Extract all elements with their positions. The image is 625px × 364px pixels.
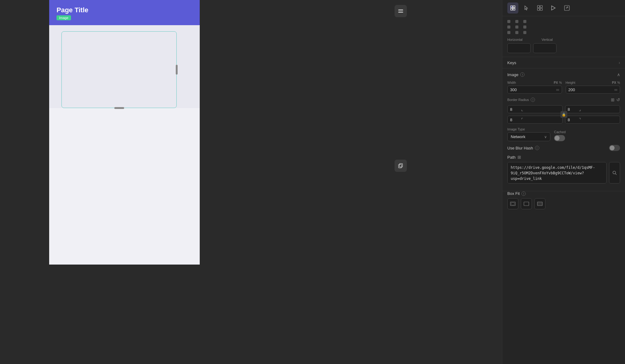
width-percent-unit[interactable]: % bbox=[559, 81, 562, 84]
keys-section-row[interactable]: Keys › bbox=[502, 57, 625, 68]
br-tl-icon: ⌞ bbox=[521, 107, 523, 112]
device-body bbox=[49, 111, 200, 265]
height-infinity-icon: ∞ bbox=[614, 87, 617, 92]
right-panel: Horizontal Vertical Keys › Image i ∧ Wid… bbox=[502, 0, 625, 364]
image-type-label: Image Type bbox=[507, 127, 550, 131]
height-group: Height PX % ∞ bbox=[566, 81, 620, 94]
height-input-row: ∞ bbox=[566, 86, 620, 94]
use-blur-hash-row: Use Blur Hash i bbox=[507, 145, 620, 151]
width-input[interactable] bbox=[510, 87, 529, 92]
height-input[interactable] bbox=[568, 87, 587, 92]
toolbar bbox=[502, 0, 625, 16]
image-info-icon[interactable]: i bbox=[520, 72, 525, 77]
horizontal-input[interactable] bbox=[507, 43, 531, 53]
svg-rect-0 bbox=[398, 10, 403, 10]
box-fit-options bbox=[507, 198, 620, 209]
align-dot-ml[interactable] bbox=[507, 25, 510, 29]
height-percent-unit[interactable]: % bbox=[617, 81, 620, 84]
align-dot-bc[interactable] bbox=[515, 31, 518, 34]
border-radius-link-icon[interactable]: ⊞ bbox=[611, 97, 615, 102]
cached-toggle[interactable] bbox=[554, 135, 565, 141]
toolbar-export-icon[interactable] bbox=[561, 2, 572, 14]
image-component[interactable] bbox=[61, 31, 177, 108]
blur-hash-toggle[interactable] bbox=[609, 145, 620, 151]
height-unit-group: PX % bbox=[612, 81, 620, 84]
svg-rect-1 bbox=[398, 12, 403, 13]
cached-field: Cached bbox=[554, 130, 566, 141]
svg-rect-6 bbox=[540, 6, 542, 8]
image-section: Image i ∧ Width PX % ∞ bbox=[502, 68, 625, 191]
page-title: Page Title bbox=[57, 6, 192, 14]
alignment-section: Horizontal Vertical bbox=[502, 16, 625, 57]
border-radius-grid: ⌞ ⌟ 🔒 ⌜ ⌝ bbox=[507, 105, 620, 124]
box-fit-cover-icon[interactable] bbox=[521, 198, 532, 209]
br-br-input[interactable] bbox=[568, 118, 577, 122]
align-dot-mc[interactable] bbox=[515, 25, 518, 29]
path-header: Path ⊞ bbox=[507, 155, 620, 160]
br-br-group: ⌝ bbox=[565, 116, 620, 124]
svg-rect-8 bbox=[540, 8, 542, 10]
image-type-chevron-icon: ∨ bbox=[544, 135, 547, 139]
box-fit-label: Box Fit bbox=[507, 191, 520, 196]
svg-rect-15 bbox=[524, 202, 529, 206]
border-radius-lock-icon[interactable]: 🔒 bbox=[560, 111, 567, 118]
path-link-icon[interactable]: ⊞ bbox=[517, 155, 521, 160]
image-type-select[interactable]: Network ∨ bbox=[507, 132, 550, 141]
width-unit-group: PX % bbox=[554, 81, 562, 84]
align-dot-mr[interactable] bbox=[523, 25, 526, 29]
svg-rect-9 bbox=[564, 6, 569, 10]
height-px-unit[interactable]: PX bbox=[612, 81, 616, 84]
box-fit-info-icon[interactable]: i bbox=[521, 192, 526, 196]
align-dot-tl[interactable] bbox=[507, 20, 510, 23]
svg-rect-2 bbox=[399, 165, 402, 168]
align-dot-bl[interactable] bbox=[507, 31, 510, 34]
image-type-field: Image Type Network ∨ bbox=[507, 127, 550, 141]
align-dot-tr[interactable] bbox=[523, 20, 526, 23]
alignment-grid bbox=[507, 20, 620, 34]
image-section-header: Image i ∧ bbox=[507, 72, 620, 77]
use-blur-hash-label: Use Blur Hash bbox=[507, 146, 533, 150]
border-radius-reset-icon[interactable]: ↺ bbox=[616, 97, 620, 102]
border-radius-info-icon[interactable]: i bbox=[531, 98, 535, 102]
resize-handle-right[interactable] bbox=[176, 65, 178, 75]
border-radius-label: Border Radius bbox=[507, 98, 529, 102]
box-fit-fill-icon[interactable] bbox=[534, 198, 545, 209]
path-label: Path bbox=[507, 155, 516, 160]
float-button-copy[interactable] bbox=[395, 160, 407, 172]
image-collapse-btn[interactable]: ∧ bbox=[617, 72, 620, 77]
path-textarea[interactable]: https://drive.google.com/file/d/1qsMF-9i… bbox=[507, 162, 607, 184]
br-tl-group: ⌞ bbox=[507, 105, 563, 113]
width-input-row: ∞ bbox=[507, 86, 562, 94]
border-radius-header: Border Radius i ⊞ ↺ bbox=[507, 97, 620, 102]
image-label-badge: Image bbox=[57, 15, 71, 20]
vertical-input[interactable] bbox=[533, 43, 556, 53]
image-type-cached-row: Image Type Network ∨ Cached bbox=[507, 127, 620, 141]
br-tr-input[interactable] bbox=[568, 107, 577, 112]
float-button-top[interactable] bbox=[395, 5, 407, 17]
border-radius-section: Border Radius i ⊞ ↺ ⌞ ⌟ 🔒 bbox=[507, 97, 620, 124]
device-header: Page Title Image bbox=[49, 0, 200, 25]
blur-hash-info-icon[interactable]: i bbox=[535, 146, 539, 150]
width-label-row: Width PX % bbox=[507, 81, 562, 84]
box-fit-contain-icon[interactable] bbox=[507, 198, 518, 209]
resize-handle-bottom[interactable] bbox=[114, 107, 124, 109]
svg-rect-7 bbox=[537, 8, 540, 10]
br-bl-input[interactable] bbox=[510, 118, 519, 122]
align-dot-tc[interactable] bbox=[515, 20, 518, 23]
device-frame: Page Title Image bbox=[49, 0, 200, 265]
toolbar-play-icon[interactable] bbox=[548, 2, 559, 14]
br-tr-icon: ⌟ bbox=[579, 107, 581, 112]
toolbar-cursor-icon[interactable] bbox=[521, 2, 532, 14]
toolbar-design-icon[interactable] bbox=[507, 2, 518, 14]
image-section-title: Image bbox=[507, 72, 518, 77]
height-label-row: Height PX % bbox=[566, 81, 620, 84]
br-tl-input[interactable] bbox=[510, 107, 519, 112]
path-search-button[interactable] bbox=[609, 162, 620, 184]
br-bl-group: ⌜ bbox=[507, 116, 563, 124]
br-bl-icon: ⌜ bbox=[521, 117, 523, 122]
width-px-unit[interactable]: PX bbox=[554, 81, 558, 84]
br-br-icon: ⌝ bbox=[579, 117, 581, 122]
align-dot-br[interactable] bbox=[523, 31, 526, 34]
path-input-row: https://drive.google.com/file/d/1qsMF-9i… bbox=[507, 162, 620, 184]
toolbar-grid-icon[interactable] bbox=[534, 2, 545, 14]
